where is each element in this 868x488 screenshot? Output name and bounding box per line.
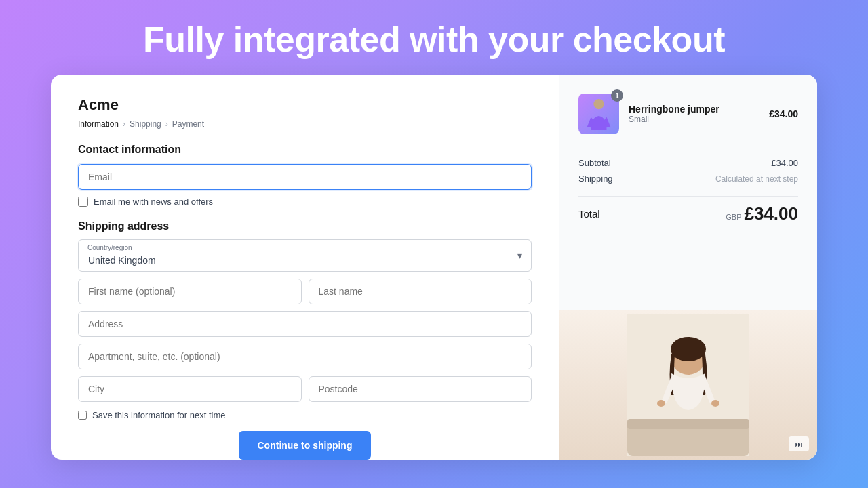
- shipping-value: Calculated at next step: [715, 174, 798, 184]
- save-info-checkbox-row: Save this information for next time: [78, 410, 532, 420]
- svg-rect-3: [627, 419, 749, 429]
- address-input[interactable]: [78, 311, 532, 337]
- store-name: Acme: [78, 96, 532, 114]
- newsletter-checkbox-row: Email me with news and offers: [78, 197, 532, 207]
- breadcrumb-payment: Payment: [172, 119, 204, 129]
- checkout-card: Acme Information › Shipping › Payment Co…: [51, 75, 817, 460]
- total-label: Total: [578, 208, 600, 220]
- svg-point-0: [593, 99, 604, 109]
- svg-point-7: [711, 400, 719, 407]
- name-row: [78, 279, 532, 304]
- save-info-checkbox[interactable]: [78, 411, 87, 420]
- total-currency: GBP: [726, 213, 741, 221]
- total-amount-wrap: GBP £34.00: [726, 203, 798, 224]
- postcode-input[interactable]: [309, 376, 532, 402]
- left-panel: Acme Information › Shipping › Payment Co…: [51, 75, 559, 460]
- video-person-svg: [627, 314, 749, 456]
- breadcrumb: Information › Shipping › Payment: [78, 119, 532, 129]
- shipping-row: Shipping Calculated at next step: [578, 174, 798, 184]
- breadcrumb-shipping: Shipping: [130, 119, 161, 129]
- last-name-input[interactable]: [309, 279, 532, 304]
- apt-input[interactable]: [78, 344, 532, 369]
- breadcrumb-sep-1: ›: [123, 119, 125, 129]
- email-input[interactable]: [78, 164, 532, 190]
- video-thumbnail: ⏭: [559, 310, 817, 460]
- product-price: £34.00: [769, 108, 798, 119]
- product-thumbnail-svg: [585, 98, 612, 130]
- svg-point-5: [671, 337, 706, 361]
- subtotal-value: £34.00: [771, 158, 798, 168]
- save-info-label: Save this information for next time: [92, 410, 226, 420]
- country-select[interactable]: United Kingdom: [78, 239, 532, 272]
- subtotal-label: Subtotal: [578, 158, 611, 168]
- newsletter-checkbox[interactable]: [78, 197, 88, 207]
- shipping-label: Shipping: [578, 174, 613, 184]
- breadcrumb-information: Information: [78, 119, 119, 129]
- address-row: [78, 311, 532, 337]
- svg-point-6: [657, 400, 665, 407]
- contact-section-title: Contact information: [78, 144, 532, 156]
- total-row: Total GBP £34.00: [578, 196, 798, 224]
- product-badge: 1: [611, 89, 623, 102]
- video-person-bg: ⏭: [559, 310, 817, 460]
- shipping-section-title: Shipping address: [78, 220, 532, 232]
- product-variant: Small: [629, 115, 760, 124]
- subtotal-row: Subtotal £34.00: [578, 158, 798, 168]
- video-controls-icon: ⏭: [789, 436, 809, 451]
- breadcrumb-sep-2: ›: [165, 119, 168, 129]
- product-image-wrap: 1: [578, 94, 619, 134]
- city-input[interactable]: [78, 376, 302, 402]
- product-row: 1 Herringbone jumper Small £34.00: [578, 94, 798, 134]
- apt-row: [78, 344, 532, 369]
- country-select-wrap: Country/region United Kingdom ▾: [78, 239, 532, 272]
- right-panel: 1 Herringbone jumper Small £34.00 Subtot…: [559, 75, 817, 460]
- city-postcode-row: [78, 376, 532, 402]
- product-info: Herringbone jumper Small: [629, 104, 760, 124]
- product-name: Herringbone jumper: [629, 104, 760, 115]
- hero-title: Fully integrated with your checkout: [143, 0, 725, 75]
- continue-to-shipping-button[interactable]: Continue to shipping: [239, 431, 372, 460]
- total-amount: £34.00: [744, 203, 798, 224]
- newsletter-label: Email me with news and offers: [94, 197, 213, 207]
- email-input-wrap: [78, 164, 532, 190]
- first-name-input[interactable]: [78, 279, 302, 304]
- divider-1: [578, 148, 798, 148]
